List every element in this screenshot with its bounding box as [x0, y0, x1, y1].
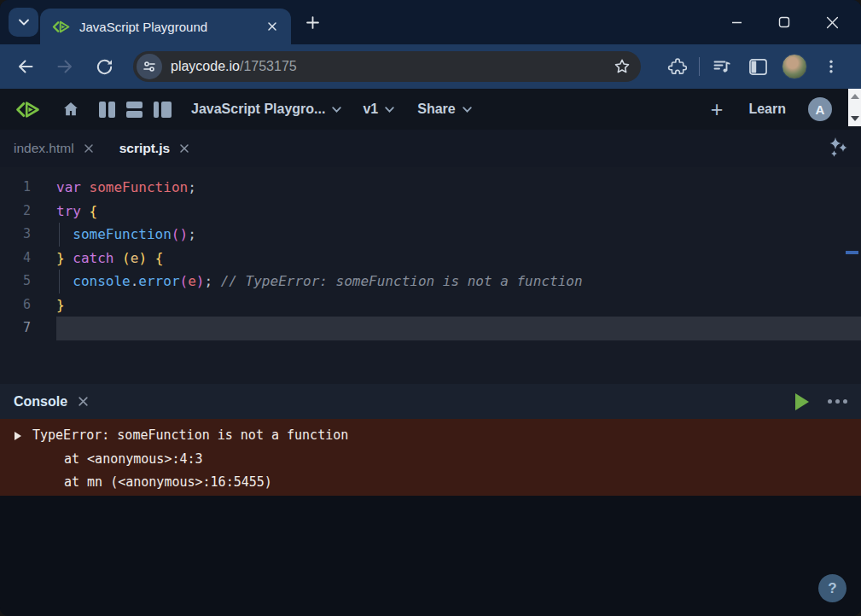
code-token: someFunction — [90, 179, 189, 195]
close-tab-icon[interactable] — [179, 143, 189, 154]
chevron-down-icon — [332, 107, 341, 113]
code-lines: 1var someFunction;2try {3 someFunction()… — [0, 176, 861, 340]
scroll-up-arrow-icon[interactable] — [851, 94, 859, 99]
side-panel-icon — [748, 58, 768, 76]
reload-icon — [95, 57, 114, 77]
line-number: 7 — [0, 317, 31, 340]
code-token: // TypeError: someFunction is not a func… — [221, 273, 583, 289]
close-tab-icon[interactable] — [84, 143, 94, 154]
code-token: e — [131, 250, 139, 266]
code-token: () — [172, 226, 188, 242]
browser-tab-strip: JavaScript Playground — [0, 0, 861, 44]
new-tab-button[interactable] — [300, 10, 324, 34]
help-button[interactable]: ? — [818, 574, 846, 602]
line-number: 4 — [0, 247, 31, 270]
version-dropdown[interactable]: v1 — [363, 102, 394, 117]
maximize-button[interactable] — [760, 0, 808, 44]
ai-assistant-button[interactable] — [827, 137, 849, 161]
editor-tab-index-html[interactable]: index.html — [14, 141, 94, 156]
code-token — [56, 226, 73, 242]
code-line-6[interactable]: 6} — [0, 293, 861, 317]
side-panel-button[interactable] — [748, 56, 768, 77]
playcode-toolbar: JavaScript Playgro... v1 Share + Learn A — [0, 89, 861, 130]
tab-search-button[interactable] — [9, 8, 38, 37]
code-line-2[interactable]: 2try { — [0, 200, 861, 224]
page-scrollbar[interactable] — [848, 89, 861, 126]
layout-columns-button[interactable] — [99, 102, 115, 118]
code-token: e — [188, 273, 196, 289]
extensions-puzzle-icon — [667, 57, 687, 77]
code-token: ) — [196, 273, 205, 289]
code-line-5[interactable]: 5 console.error(e); // TypeError: someFu… — [0, 270, 861, 293]
close-button[interactable] — [808, 0, 856, 44]
editor-tab-script-js[interactable]: script.js — [119, 141, 189, 156]
code-editor[interactable]: 1var someFunction;2try {3 someFunction()… — [0, 167, 861, 384]
site-info-button[interactable] — [137, 54, 162, 79]
line-number: 1 — [0, 176, 31, 200]
reload-button[interactable] — [94, 56, 114, 77]
back-button[interactable] — [15, 56, 36, 77]
browser-tab[interactable]: JavaScript Playground — [40, 9, 291, 44]
address-bar[interactable]: playcode.io /1753175 — [133, 51, 641, 82]
forward-arrow-icon — [55, 56, 75, 77]
project-title-dropdown[interactable]: JavaScript Playgro... — [191, 102, 341, 117]
run-button[interactable] — [795, 393, 809, 410]
console-error-output: TypeError: someFunction is not a functio… — [0, 419, 861, 496]
code-line-4[interactable]: 4} catch (e) { — [0, 247, 861, 270]
console-error-row: at <anonymous>:4:3 — [0, 448, 861, 472]
browser-navbar: playcode.io /1753175 — [0, 44, 861, 89]
code-line-1[interactable]: 1var someFunction; — [0, 176, 861, 200]
new-project-button[interactable]: + — [711, 99, 724, 120]
code-token: ( — [122, 250, 131, 266]
code-line-7[interactable]: 7 — [0, 317, 861, 340]
code-token — [65, 250, 73, 266]
console-menu-button[interactable] — [828, 399, 847, 404]
tab-title: JavaScript Playground — [79, 20, 264, 34]
console-title: Console — [14, 394, 67, 410]
tab-close-icon[interactable] — [264, 18, 281, 35]
forward-button[interactable] — [55, 56, 75, 77]
code-token — [113, 250, 122, 266]
line-number: 3 — [0, 223, 31, 247]
browser-menu-button[interactable] — [821, 56, 841, 77]
toolbar-separator — [699, 57, 700, 76]
url-path: /1753175 — [240, 59, 612, 74]
profile-avatar[interactable] — [782, 54, 807, 79]
code-token: ; — [204, 273, 220, 289]
share-dropdown[interactable]: Share — [417, 102, 471, 117]
editor-tab-bar: index.html script.js — [0, 130, 861, 167]
code-token: ( — [180, 273, 189, 289]
version-label: v1 — [363, 102, 378, 117]
learn-link[interactable]: Learn — [748, 102, 786, 117]
plus-icon — [306, 16, 319, 29]
maximize-icon — [778, 16, 790, 28]
media-controls-button[interactable] — [712, 56, 732, 77]
window-controls — [713, 0, 856, 44]
layout-rows-button[interactable] — [126, 102, 143, 118]
url-domain: playcode.io — [171, 59, 240, 74]
console-error-text: at <anonymous>:4:3 — [64, 451, 203, 467]
code-token: error — [138, 273, 179, 289]
console-error-row[interactable]: TypeError: someFunction is not a functio… — [0, 424, 861, 448]
code-token: . — [131, 273, 139, 289]
console-error-text: TypeError: someFunction is not a functio… — [32, 427, 348, 443]
editor-tab-label: index.html — [14, 141, 74, 156]
learn-label: Learn — [748, 102, 786, 117]
layout-sidebar-button[interactable] — [154, 102, 172, 118]
code-line-3[interactable]: 3 someFunction(); — [0, 223, 861, 247]
minimize-button[interactable] — [713, 0, 760, 44]
user-avatar[interactable]: A — [808, 97, 832, 121]
close-icon — [826, 16, 839, 29]
console-output-area — [0, 496, 861, 616]
extensions-button[interactable] — [666, 56, 687, 77]
playcode-logo[interactable] — [15, 100, 41, 119]
console-close-icon[interactable] — [78, 396, 89, 407]
code-token: try — [56, 203, 81, 219]
bookmark-button[interactable] — [612, 56, 632, 77]
expand-arrow-icon[interactable] — [15, 432, 21, 440]
home-button[interactable] — [61, 100, 80, 119]
scroll-down-arrow-icon[interactable] — [851, 116, 859, 121]
code-token: ; — [188, 226, 196, 242]
minimize-icon — [731, 17, 742, 28]
share-label: Share — [417, 102, 455, 117]
